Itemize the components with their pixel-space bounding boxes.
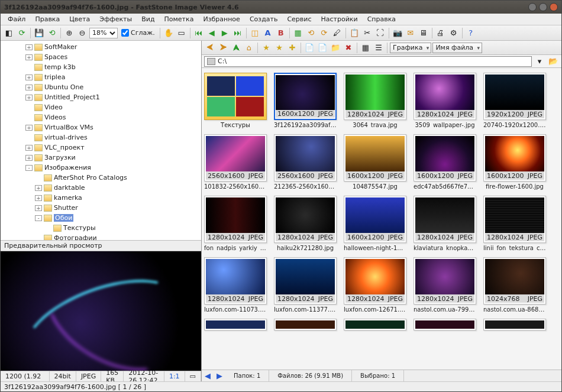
resize-icon[interactable]: ⛶ xyxy=(374,27,386,39)
tool-icon[interactable]: 🖊 xyxy=(331,27,343,39)
image-thumb[interactable]: 1920x1200JPEG20740-1920x1200.jpg xyxy=(483,73,546,128)
tree-node[interactable]: +darktable xyxy=(3,183,199,193)
path-input[interactable]: C:\ xyxy=(204,56,532,67)
maximize-button[interactable] xyxy=(539,3,547,11)
undo-refresh-icon[interactable]: ⟲ xyxy=(46,27,58,39)
acquire-icon[interactable]: 📷 xyxy=(392,27,403,39)
nav-prev-icon[interactable]: ◀ xyxy=(206,27,218,39)
zoom-out-icon[interactable]: ⊖ xyxy=(76,27,88,39)
image-thumb[interactable]: 2560x1600JPEG212365-2560x1600.jpg xyxy=(274,134,337,190)
fav-add-icon[interactable]: ✚ xyxy=(286,42,298,54)
tree-node[interactable]: +VirtualBox VMs xyxy=(3,122,199,132)
menu-пометка[interactable]: Пометка xyxy=(161,14,198,24)
email-icon[interactable]: ✉ xyxy=(405,27,416,39)
tag-b-icon[interactable]: B xyxy=(275,27,287,39)
menu-сервис[interactable]: Сервис xyxy=(283,14,315,24)
zoom-in-icon[interactable]: ⊕ xyxy=(63,27,75,39)
slideshow-icon[interactable]: ▦ xyxy=(292,27,304,39)
tree-node[interactable]: +VLC_проект xyxy=(3,142,199,153)
expand-icon[interactable]: + xyxy=(25,54,33,60)
expand-icon[interactable]: + xyxy=(25,44,33,50)
tag-a-icon[interactable]: A xyxy=(262,27,274,39)
expand-icon[interactable]: + xyxy=(25,95,33,101)
nav-next-icon[interactable]: ▶ xyxy=(219,27,231,39)
tree-node[interactable]: +Ubuntu One xyxy=(3,82,199,92)
menu-вид[interactable]: Вид xyxy=(138,14,158,24)
wallpaper-icon[interactable]: 🖥 xyxy=(418,27,429,39)
hand-tool-icon[interactable]: ✋ xyxy=(163,27,175,39)
expand-icon[interactable]: + xyxy=(25,145,33,151)
image-thumb[interactable]: 1280x1024JPEG3064_trava.jpg xyxy=(344,73,406,128)
image-thumb[interactable]: 1600x1200JPEGhalloween-night-1600... xyxy=(344,196,406,251)
menu-избранное[interactable]: Избранное xyxy=(199,14,243,24)
tree-node[interactable]: Videos xyxy=(3,112,199,122)
expand-icon[interactable]: + xyxy=(35,205,42,211)
settings-icon[interactable]: ⚙ xyxy=(448,27,460,39)
image-thumb[interactable] xyxy=(414,319,476,331)
folder-thumb[interactable]: Текстуры xyxy=(204,73,267,128)
image-thumb[interactable]: 1600x1200JPEGfire-flower-1600.jpg xyxy=(483,134,546,190)
view-list-icon[interactable]: ☰ xyxy=(373,42,385,54)
save-icon[interactable]: 💾 xyxy=(33,27,45,39)
path-dropdown-icon[interactable]: ▾ xyxy=(534,56,545,67)
menu-правка[interactable]: Правка xyxy=(31,14,63,24)
expand-icon[interactable]: + xyxy=(25,125,33,131)
image-thumb[interactable]: 1280x1024JPEGklaviatura_knopka_ch... xyxy=(414,196,476,251)
nav-first-icon[interactable]: ⏮ xyxy=(193,27,205,39)
preview-pane[interactable] xyxy=(1,251,201,371)
status-prev-icon[interactable]: ◀ xyxy=(202,370,214,382)
image-thumb[interactable]: 1600x1200JPEG3f126192aa3099af94... xyxy=(274,73,337,128)
tree-node[interactable]: +Spaces xyxy=(3,52,199,62)
nav-last-icon[interactable]: ⏭ xyxy=(232,27,244,39)
image-thumb[interactable] xyxy=(483,319,546,331)
image-thumb[interactable]: 1280x1024JPEG3509_wallpaper-.jpg xyxy=(414,73,476,128)
rotate-left-icon[interactable]: ⟲ xyxy=(305,27,317,39)
tree-node[interactable]: +SoftMaker xyxy=(3,42,199,52)
image-thumb[interactable]: 1024x768JPEGnastol.com.ua-8684.jpg xyxy=(483,257,546,313)
compare-icon[interactable]: ◫ xyxy=(249,27,261,39)
status-next-icon[interactable]: ▶ xyxy=(214,370,225,382)
expand-icon[interactable]: + xyxy=(25,74,33,80)
skin-icon[interactable]: ◧ xyxy=(3,27,15,39)
thumbnail-grid[interactable]: Текстуры1600x1200JPEG3f126192aa3099af94.… xyxy=(202,68,561,370)
image-thumb[interactable]: 1280x1024JPEGluxfon.com-12671.jpg xyxy=(344,257,406,313)
tree-node[interactable]: +Загрузки xyxy=(3,153,199,163)
close-button[interactable] xyxy=(550,3,558,11)
image-thumb[interactable]: 1600x1200JPEGedc47ab5d667fe73c1... xyxy=(414,134,476,190)
image-thumb[interactable]: 1280x1024JPEGhaiku2k721280.jpg xyxy=(274,196,337,251)
move-to-icon[interactable]: 📄 xyxy=(316,42,328,54)
tree-node[interactable]: +kamerka xyxy=(3,193,199,203)
menu-создать[interactable]: Создать xyxy=(246,14,282,24)
copy-icon[interactable]: 📋 xyxy=(348,27,360,39)
image-thumb[interactable]: 2560x1600JPEG101832-2560x1600.jpg xyxy=(204,134,267,190)
tree-node[interactable]: -Обои xyxy=(3,213,199,223)
menu-файл[interactable]: Файл xyxy=(4,14,29,24)
fav2-icon[interactable]: ★ xyxy=(273,42,285,54)
refresh-icon[interactable]: ⟳ xyxy=(16,27,28,39)
expand-icon[interactable]: + xyxy=(35,185,42,191)
tree-node[interactable]: temp k3b xyxy=(3,62,199,72)
image-thumb[interactable] xyxy=(344,319,406,331)
expand-icon[interactable]: + xyxy=(35,195,42,201)
image-thumb[interactable] xyxy=(274,319,337,331)
delete-icon[interactable]: ✖ xyxy=(343,42,354,54)
tree-node[interactable]: +triplea xyxy=(3,72,199,82)
menu-справка[interactable]: Справка xyxy=(364,14,399,24)
expand-icon[interactable]: + xyxy=(25,155,33,161)
expand-icon[interactable]: + xyxy=(25,85,33,90)
back-icon[interactable]: ⮜ xyxy=(204,42,216,54)
folder-tree[interactable]: +SoftMaker+Spacestemp k3b+triplea+Ubuntu… xyxy=(1,41,201,240)
home-icon[interactable]: ⌂ xyxy=(243,42,255,54)
tree-node[interactable]: -Изображения xyxy=(3,163,199,173)
forward-icon[interactable]: ⮞ xyxy=(217,42,229,54)
smooth-checkbox[interactable]: Сглаж. xyxy=(121,29,155,37)
status-icon[interactable]: ▭ xyxy=(185,371,201,381)
path-refresh-icon[interactable]: 📂 xyxy=(547,56,559,67)
rotate-right-icon[interactable]: ⟳ xyxy=(318,27,330,39)
image-thumb[interactable] xyxy=(204,319,267,331)
menu-настройки[interactable]: Настройки xyxy=(318,14,361,24)
expand-icon[interactable]: - xyxy=(25,165,33,171)
tree-node[interactable]: Фотографии xyxy=(3,233,199,240)
fav1-icon[interactable]: ★ xyxy=(260,42,272,54)
image-thumb[interactable]: 1600x1200JPEG104875547.jpg xyxy=(344,134,406,190)
